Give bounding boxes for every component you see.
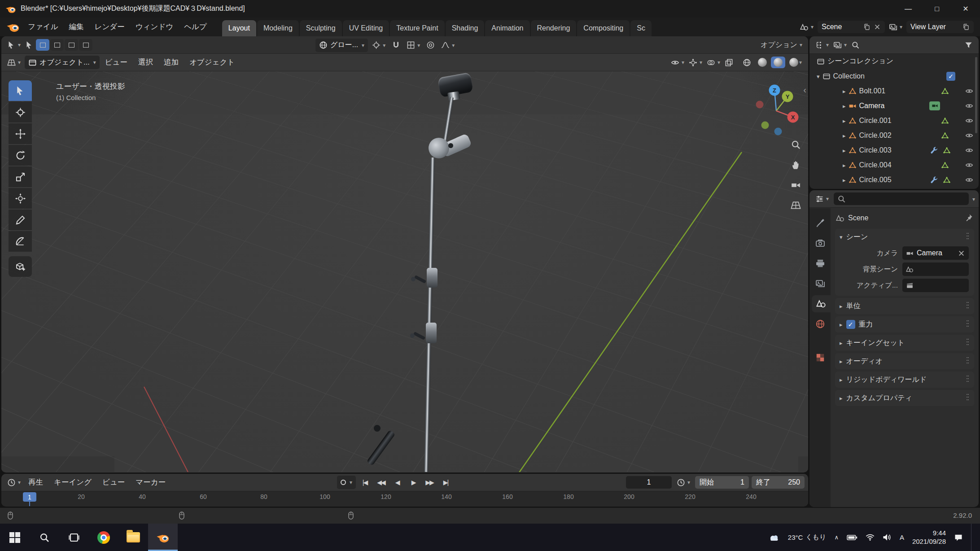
active-tool-dropdown[interactable] <box>5 38 23 52</box>
section-expander[interactable] <box>840 302 843 310</box>
drag-dots-icon[interactable] <box>966 356 970 364</box>
options-dropdown[interactable]: オプション <box>758 38 805 52</box>
next-keyframe-button[interactable]: ▶▶ <box>422 476 437 489</box>
editor-type-button[interactable] <box>5 56 23 69</box>
maximize-button[interactable]: □ <box>923 0 951 17</box>
menu-view[interactable]: ビュー <box>100 54 133 71</box>
menu-file[interactable]: ファイル <box>22 17 64 36</box>
shading-wireframe-button[interactable] <box>740 57 754 68</box>
timeline-ruler[interactable]: 20 40 60 80 100 120 140 160 180 200 220 … <box>1 491 808 506</box>
show-desktop-button[interactable] <box>971 524 974 551</box>
tab-shading[interactable]: Shading <box>446 20 485 36</box>
jump-to-start-button[interactable]: |◀ <box>358 476 372 489</box>
play-button[interactable]: ▶ <box>406 476 420 489</box>
ortho-toggle-icon[interactable] <box>791 200 801 210</box>
tab-world-properties[interactable] <box>809 315 831 332</box>
tab-rendering[interactable]: Rendering <box>531 20 577 36</box>
menu-add[interactable]: 追加 <box>158 54 184 71</box>
ime-indicator[interactable]: A <box>900 534 904 541</box>
camera-field[interactable]: Camera <box>902 246 969 260</box>
tool-select-box[interactable] <box>9 80 32 101</box>
tab-scripting-truncated[interactable]: Sc <box>630 20 652 36</box>
menu-select[interactable]: 選択 <box>133 54 158 71</box>
zoom-icon[interactable] <box>791 140 801 150</box>
volume-icon[interactable] <box>883 534 892 541</box>
row-expander[interactable] <box>843 131 846 140</box>
row-expander[interactable] <box>843 161 846 169</box>
section-expander[interactable] <box>840 320 843 328</box>
drag-dots-icon[interactable] <box>966 319 970 328</box>
menu-keying[interactable]: キーイング <box>48 474 97 491</box>
current-frame-field[interactable]: 1 <box>626 476 672 489</box>
blender-menu-icon[interactable] <box>6 20 20 34</box>
taskbar-search-button[interactable] <box>30 524 59 551</box>
jump-to-end-button[interactable]: ▶| <box>438 476 453 489</box>
playhead[interactable]: 1 <box>23 492 36 502</box>
overlays-dropdown[interactable] <box>704 56 722 69</box>
view-layer-field[interactable]: View Layer <box>906 21 974 33</box>
properties-filter-dropdown[interactable] <box>971 195 975 203</box>
use-preview-range-button[interactable] <box>674 476 692 489</box>
camera-view-icon[interactable] <box>791 180 801 190</box>
outliner-scrollbar[interactable] <box>975 57 977 133</box>
wifi-icon[interactable] <box>866 534 875 541</box>
sidebar-collapse-arrow[interactable] <box>803 85 806 95</box>
active-clip-field[interactable] <box>902 279 969 292</box>
tab-compositing[interactable]: Compositing <box>577 20 630 36</box>
scene-browse-button[interactable] <box>798 20 816 34</box>
chrome-taskbar-button[interactable] <box>89 524 118 551</box>
mode-selector[interactable]: オブジェクト... <box>25 56 100 69</box>
proportional-edit-toggle[interactable] <box>424 39 437 52</box>
outliner-display-mode-button[interactable] <box>831 38 849 52</box>
outliner-row-circle002[interactable]: Circle.002 <box>809 128 979 143</box>
select-mode-difference-button[interactable] <box>79 39 92 51</box>
collection-checkbox[interactable] <box>946 72 955 81</box>
section-gravity[interactable]: 重力 <box>835 316 974 332</box>
properties-search-input[interactable] <box>834 192 969 205</box>
hide-eye-icon[interactable] <box>965 146 973 154</box>
gizmo-neg-x-axis[interactable] <box>756 101 764 109</box>
outliner-row-circle004[interactable]: Circle.004 <box>809 157 979 172</box>
auto-keying-button[interactable] <box>337 476 356 489</box>
snap-settings-dropdown[interactable] <box>404 39 422 52</box>
outliner-row-camera[interactable]: Camera <box>809 98 979 113</box>
unlink-scene-icon[interactable] <box>874 23 881 31</box>
tab-layout[interactable]: Layout <box>222 20 256 36</box>
row-expander[interactable] <box>843 117 846 125</box>
camera-data-icon[interactable] <box>929 101 940 110</box>
drag-dots-icon[interactable] <box>966 232 970 240</box>
select-mode-new-button[interactable] <box>36 39 49 51</box>
scene-datablock-field[interactable]: Scene <box>818 21 885 33</box>
tab-texture-properties[interactable] <box>809 349 831 366</box>
gizmo-neg-y-axis[interactable] <box>761 122 769 129</box>
outliner-row-circle001[interactable]: Circle.001 <box>809 113 979 128</box>
section-custom-properties[interactable]: カスタムプロパティ <box>835 390 974 406</box>
row-expander[interactable] <box>843 102 846 110</box>
outliner-editor-type-button[interactable] <box>813 38 831 52</box>
weather-cloud-icon[interactable] <box>768 533 780 542</box>
new-view-layer-icon[interactable] <box>962 23 970 31</box>
menu-edit[interactable]: 編集 <box>64 17 89 36</box>
gizmo-neg-z-axis[interactable] <box>774 128 782 136</box>
section-units[interactable]: 単位 <box>835 298 974 314</box>
battery-icon[interactable] <box>847 534 858 541</box>
menu-help[interactable]: ヘルプ <box>179 17 212 36</box>
collection-expander[interactable] <box>817 72 820 80</box>
outliner-row-circle005[interactable]: Circle.005 <box>809 172 979 187</box>
tool-transform[interactable] <box>9 188 32 209</box>
tab-tool-properties[interactable] <box>809 214 831 232</box>
tab-render-properties[interactable] <box>809 235 831 252</box>
properties-editor-type-button[interactable] <box>813 192 831 206</box>
outliner-row-scene-collection[interactable]: シーンコレクション <box>809 54 979 69</box>
frame-end-slider[interactable]: 終了 250 <box>752 476 805 489</box>
section-audio[interactable]: オーディオ <box>835 353 974 369</box>
drag-dots-icon[interactable] <box>966 393 970 401</box>
task-view-button[interactable] <box>59 524 89 551</box>
xray-toggle[interactable] <box>722 56 735 69</box>
shading-rendered-button[interactable] <box>787 57 805 68</box>
timeline-editor-type-button[interactable] <box>5 476 23 489</box>
background-scene-field[interactable] <box>902 262 969 276</box>
play-reverse-button[interactable]: ◀ <box>390 476 404 489</box>
row-expander[interactable] <box>843 146 846 154</box>
hide-eye-icon[interactable] <box>965 117 973 125</box>
